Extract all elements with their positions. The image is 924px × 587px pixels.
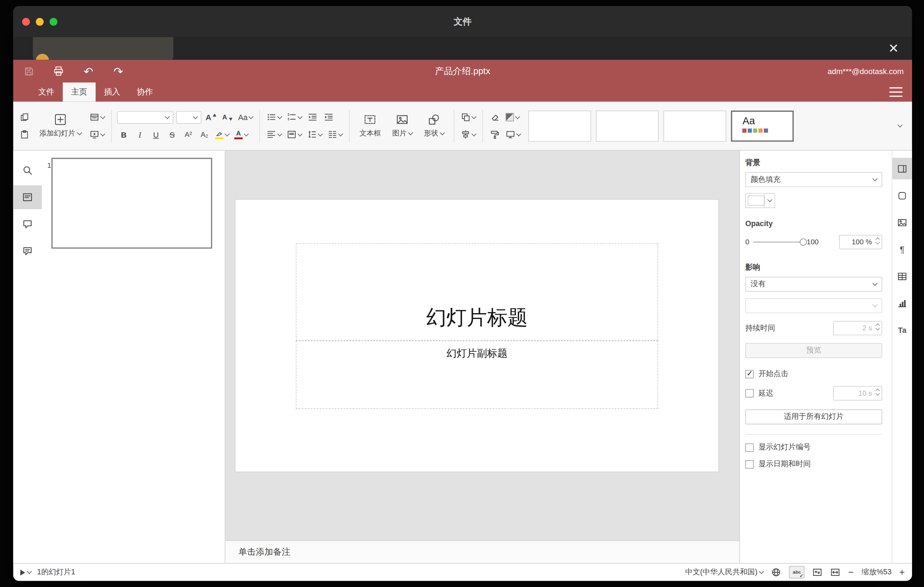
- superscript-button[interactable]: A²: [182, 128, 195, 141]
- theme-thumbnail-selected[interactable]: Aa: [731, 110, 794, 142]
- zoom-out-button[interactable]: −: [848, 567, 854, 577]
- image-settings-icon[interactable]: [892, 212, 912, 233]
- align-left-icon: [267, 130, 276, 139]
- theme-thumbnail[interactable]: [528, 110, 591, 142]
- fit-to-width-icon[interactable]: [830, 567, 840, 577]
- save-icon[interactable]: [21, 64, 36, 78]
- slide-thumbnail-1[interactable]: [51, 158, 212, 249]
- insert-shape-button[interactable]: 形状: [420, 113, 449, 139]
- redo-icon[interactable]: ↷: [111, 64, 126, 78]
- preview-button[interactable]: 预览: [745, 343, 882, 358]
- search-icon[interactable]: [13, 158, 42, 182]
- spinner-icon[interactable]: [876, 389, 879, 395]
- bullet-list-button[interactable]: [266, 110, 282, 124]
- start-slideshow-status-button[interactable]: [20, 569, 31, 575]
- show-date-time-checkbox[interactable]: [745, 460, 754, 468]
- title-placeholder[interactable]: 幻灯片标题: [296, 243, 658, 341]
- slider-knob[interactable]: [799, 238, 807, 246]
- fullscreen-traffic-light[interactable]: [50, 18, 57, 25]
- subtitle-placeholder[interactable]: 幻灯片副标题: [296, 341, 658, 409]
- language-button[interactable]: 中文(中华人民共和国): [685, 567, 764, 577]
- copy-icon[interactable]: [18, 110, 31, 124]
- opacity-slider[interactable]: [753, 242, 803, 242]
- tab-home[interactable]: 主页: [63, 82, 96, 101]
- increase-indent-button[interactable]: [322, 110, 335, 124]
- menu-icon[interactable]: [889, 87, 902, 97]
- line-spacing-icon: [307, 130, 317, 139]
- comments-icon[interactable]: [13, 212, 42, 236]
- tab-file[interactable]: 文件: [30, 82, 63, 101]
- spinner-icon[interactable]: [876, 324, 879, 330]
- change-layout-button[interactable]: [89, 110, 106, 124]
- theme-gallery-expand-button[interactable]: [893, 110, 907, 142]
- arrange-shape-button[interactable]: [460, 110, 477, 124]
- spinner-icon[interactable]: [876, 238, 879, 244]
- delay-checkbox[interactable]: [745, 389, 754, 397]
- bold-button[interactable]: B: [117, 128, 130, 141]
- chat-icon[interactable]: [13, 239, 42, 263]
- print-icon[interactable]: [51, 64, 66, 78]
- background-color-picker[interactable]: [745, 193, 775, 208]
- apply-to-all-slides-button[interactable]: 适用于所有幻灯片: [745, 409, 882, 424]
- decrease-indent-button[interactable]: [306, 110, 319, 124]
- slide[interactable]: 幻灯片标题 幻灯片副标题: [236, 200, 719, 472]
- strikethrough-button[interactable]: S: [166, 128, 179, 141]
- shape-settings-icon[interactable]: [892, 185, 912, 206]
- font-size-select[interactable]: [176, 111, 201, 124]
- table-settings-icon[interactable]: [892, 265, 912, 287]
- align-shape-button[interactable]: [460, 128, 477, 141]
- tab-insert[interactable]: 插入: [96, 82, 129, 101]
- insert-image-button[interactable]: 图片: [388, 113, 417, 139]
- line-spacing-button[interactable]: [306, 128, 323, 141]
- show-slide-number-checkbox[interactable]: [745, 443, 754, 452]
- horizontal-align-button[interactable]: [266, 128, 282, 141]
- change-case-button[interactable]: Aa: [237, 110, 254, 124]
- chevron-down-icon: [898, 122, 903, 127]
- clear-style-button[interactable]: [488, 110, 501, 124]
- theme-thumbnail[interactable]: [596, 110, 659, 142]
- decrease-font-button[interactable]: A: [221, 110, 234, 124]
- document-language-icon[interactable]: [771, 567, 782, 577]
- font-color-button[interactable]: A: [233, 128, 249, 141]
- slide-canvas[interactable]: 幻灯片标题 幻灯片副标题: [225, 151, 739, 540]
- shape-fill-button[interactable]: [505, 110, 521, 124]
- slide-settings-icon[interactable]: [892, 158, 912, 179]
- paragraph-settings-icon[interactable]: ¶: [892, 238, 912, 260]
- italic-button[interactable]: I: [134, 128, 147, 141]
- paste-icon[interactable]: [18, 128, 31, 141]
- notes-area[interactable]: 单击添加备注: [225, 540, 739, 563]
- underline-button[interactable]: U: [150, 128, 163, 141]
- increase-font-button[interactable]: A: [204, 110, 218, 124]
- insert-columns-button[interactable]: [327, 128, 344, 141]
- text-art-settings-icon[interactable]: Ta: [892, 319, 912, 341]
- minimize-traffic-light[interactable]: [36, 18, 43, 25]
- tab-collaboration[interactable]: 协作: [129, 82, 162, 101]
- spellcheck-icon[interactable]: abc: [789, 566, 805, 579]
- text-box-button[interactable]: 文本框: [355, 113, 385, 139]
- effect-select[interactable]: 没有: [745, 277, 882, 292]
- vertical-align-button[interactable]: [286, 128, 303, 141]
- font-name-select[interactable]: [117, 111, 173, 124]
- copy-style-button[interactable]: [488, 128, 501, 141]
- background-fill-select[interactable]: 颜色填充: [745, 172, 882, 187]
- effect-type-select[interactable]: [745, 298, 882, 313]
- delay-input[interactable]: 10 s: [833, 386, 882, 401]
- subscript-button[interactable]: A₂: [198, 128, 211, 141]
- slide-size-button[interactable]: [505, 128, 522, 141]
- add-slide-button[interactable]: 添加幻灯片: [35, 113, 85, 139]
- zoom-in-button[interactable]: +: [899, 567, 905, 577]
- numbered-list-button[interactable]: [286, 110, 303, 124]
- fit-to-slide-icon[interactable]: [812, 567, 823, 577]
- slides-panel-icon[interactable]: [13, 185, 42, 209]
- theme-thumbnail[interactable]: [663, 110, 726, 142]
- start-slideshow-button[interactable]: [89, 128, 106, 141]
- close-traffic-light[interactable]: [22, 18, 30, 25]
- start-on-click-checkbox[interactable]: [745, 370, 754, 378]
- duration-input[interactable]: 2 s: [833, 321, 882, 335]
- opacity-input[interactable]: 100 %: [839, 235, 882, 249]
- chevron-down-icon: [408, 130, 413, 135]
- undo-icon[interactable]: ↶: [81, 64, 96, 78]
- highlight-color-button[interactable]: [214, 128, 230, 141]
- chart-settings-icon[interactable]: [892, 292, 912, 314]
- close-icon[interactable]: ✕: [885, 39, 903, 57]
